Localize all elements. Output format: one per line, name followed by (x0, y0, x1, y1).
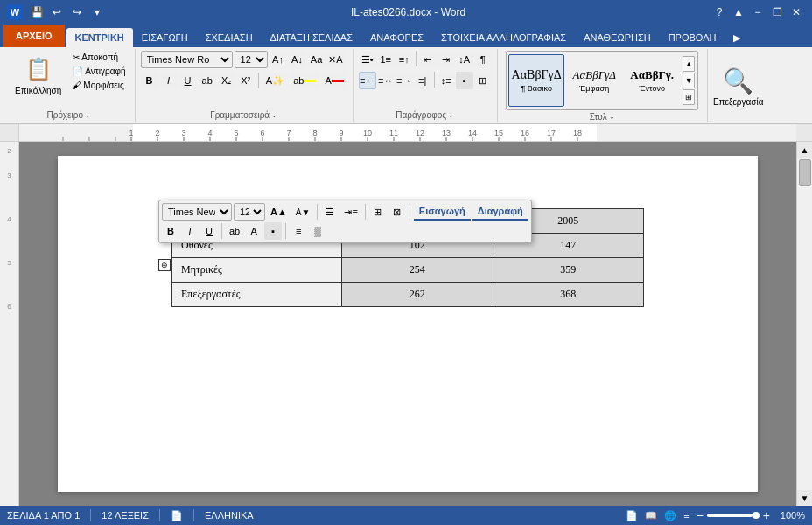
table-row1-label[interactable]: Μητρικές (172, 258, 342, 283)
zoom-thumb[interactable] (752, 512, 760, 519)
styles-expand-icon[interactable]: ⌄ (609, 113, 615, 121)
cut-button[interactable]: ✂ Αποκοπή (69, 51, 129, 64)
line-spacing-button[interactable]: ↕≡ (438, 72, 455, 89)
format-painter-button[interactable]: 🖌 Μορφ/σεις (69, 79, 129, 92)
tab-references[interactable]: ΑΝΑΦΟΡΕΣ (361, 28, 432, 47)
tab-insert[interactable]: ΕΙΣΑΓΩΓΗ (133, 28, 197, 47)
scroll-up-button[interactable]: ▲ (797, 142, 813, 158)
font-family-select[interactable]: Times New Ro (141, 51, 233, 68)
float-decrease-font-button[interactable]: A▼ (292, 203, 314, 220)
save-quick-button[interactable]: 💾 (28, 4, 46, 20)
float-table-close-button[interactable]: ⊠ (388, 203, 406, 220)
change-case-button[interactable]: Aa (308, 51, 326, 68)
borders-button[interactable]: ⊞ (474, 72, 492, 89)
view-outline-icon[interactable]: ≡ (683, 510, 689, 521)
style-emphasis[interactable]: AαBβΓγΔ Έμφαση (566, 54, 622, 107)
restore-button[interactable]: ❐ (768, 4, 786, 20)
float-font-select[interactable]: Times New (162, 203, 232, 220)
float-italic-button[interactable]: I (181, 222, 199, 240)
help-button[interactable]: ? (710, 4, 728, 20)
table-row2-v2005[interactable]: 368 (493, 283, 644, 307)
zoom-level[interactable]: 100% (774, 510, 805, 521)
decrease-font-button[interactable]: A↓ (289, 51, 306, 68)
tab-more[interactable]: ▶ (724, 28, 749, 47)
float-align-left-button[interactable]: ≡ (290, 222, 307, 240)
view-normal-icon[interactable]: 📄 (626, 510, 638, 522)
align-left-button[interactable]: ≡← (359, 72, 376, 89)
justify-button[interactable]: ≡| (414, 72, 431, 89)
bullets-button[interactable]: ☰• (359, 51, 376, 68)
float-indent-button[interactable]: ⇥≡ (340, 203, 360, 220)
bold-button[interactable]: B (141, 72, 158, 89)
minimize-button[interactable]: − (749, 4, 766, 20)
style-strong[interactable]: AαBβΓγ. Έντονο (624, 54, 680, 107)
table-row2-v2004[interactable]: 262 (342, 283, 493, 307)
float-shading-button[interactable]: ▒ (309, 222, 326, 240)
table-move-handle[interactable]: ⊕ (158, 259, 171, 271)
float-delete-button[interactable]: Διαγραφή (472, 203, 528, 220)
close-button[interactable]: ✕ (788, 4, 805, 20)
tab-mailings[interactable]: ΣΤΟΙΧΕΙΑ ΑΛΛΗΛΟΓΡΑΦΙΑΣ (432, 28, 575, 47)
numbering-button[interactable]: 1≡ (377, 51, 395, 68)
increase-indent-button[interactable]: ⇥ (438, 51, 455, 68)
view-read-icon[interactable]: 📖 (645, 510, 657, 522)
zoom-minus-button[interactable]: − (696, 508, 704, 522)
shading-button[interactable]: ▪ (456, 72, 473, 89)
scroll-track[interactable] (797, 158, 812, 490)
float-list-button[interactable]: ☰ (321, 203, 339, 220)
align-center-button[interactable]: ≡↔ (377, 72, 395, 89)
float-font-color-button[interactable]: A (245, 222, 262, 240)
scroll-down-button[interactable]: ▼ (797, 490, 813, 506)
decrease-indent-button[interactable]: ⇤ (419, 51, 437, 68)
table-row2-label[interactable]: Επεξεργαστές (172, 283, 342, 307)
tab-view[interactable]: ΠΡΟΒΟΛΗ (660, 28, 725, 47)
float-bold-button[interactable]: B (162, 222, 179, 240)
tab-design[interactable]: ΣΧΕΔΙΑΣΗ (197, 28, 262, 47)
float-size-select[interactable]: 12 (234, 203, 265, 220)
scroll-thumb[interactable] (799, 159, 811, 186)
italic-button[interactable]: I (160, 72, 178, 89)
paragraph-expand-icon[interactable]: ⌄ (448, 111, 454, 119)
float-highlight-button[interactable]: ab (226, 222, 243, 240)
float-table-button[interactable]: ⊞ (369, 203, 387, 220)
float-insert-button[interactable]: Εισαγωγή (414, 203, 471, 220)
style-normal[interactable]: AαBβΓγΔ ¶ Βασικο (508, 54, 564, 107)
show-formatting-button[interactable]: ¶ (474, 51, 492, 68)
undo-button[interactable]: ↩ (48, 4, 66, 20)
tab-file[interactable]: ΑΡΧΕΙΟ (4, 24, 65, 47)
paste-button[interactable]: 📋 Επικόλληση (9, 51, 67, 98)
zoom-plus-button[interactable]: + (763, 508, 770, 522)
font-size-select[interactable]: 12 (234, 51, 268, 68)
tab-review[interactable]: ΑΝΑΘΕΩΡΗΣΗ (575, 28, 660, 47)
customize-quick-access-button[interactable]: ▾ (88, 4, 106, 20)
superscript-button[interactable]: X² (237, 72, 255, 89)
copy-button[interactable]: 📄 Αντιγραφή (69, 65, 129, 78)
subscript-button[interactable]: X₂ (218, 72, 235, 89)
table-row1-v2004[interactable]: 254 (342, 258, 493, 283)
align-right-button[interactable]: ≡→ (396, 72, 413, 89)
strikethrough-button[interactable]: ab (199, 72, 216, 89)
text-effects-button[interactable]: A✨ (262, 72, 288, 89)
float-underline-button[interactable]: U (200, 222, 218, 240)
ribbon-toggle-button[interactable]: ▲ (730, 4, 747, 20)
redo-button[interactable]: ↪ (68, 4, 86, 20)
clear-format-button[interactable]: ✕A (327, 51, 345, 68)
styles-more-button[interactable]: ⊞ (682, 89, 695, 105)
multilevel-button[interactable]: ≡↑ (396, 51, 413, 68)
table-row1-v2005[interactable]: 359 (493, 258, 644, 283)
editing-button-label[interactable]: Επεξεργασία (713, 97, 764, 107)
underline-button[interactable]: U (179, 72, 197, 89)
increase-font-button[interactable]: A↑ (270, 51, 287, 68)
highlight-button[interactable]: ab (290, 72, 319, 89)
tab-home[interactable]: ΚΕΝΤΡΙΚΗ (66, 28, 133, 47)
float-highlight2-button[interactable]: ▪ (264, 222, 282, 240)
clipboard-expand-icon[interactable]: ⌄ (85, 111, 91, 119)
styles-scroll-down-button[interactable]: ▼ (682, 73, 695, 88)
ruler-scroll-button[interactable] (796, 124, 812, 141)
sort-button[interactable]: ↕A (456, 51, 473, 68)
font-color-button[interactable]: A (321, 72, 346, 89)
tab-layout[interactable]: ΔΙΑΤΑΞΗ ΣΕΛΙΔΑΣ (262, 28, 361, 47)
zoom-slider[interactable] (707, 514, 760, 517)
float-increase-font-button[interactable]: A▲ (267, 203, 290, 220)
view-web-icon[interactable]: 🌐 (664, 510, 676, 522)
